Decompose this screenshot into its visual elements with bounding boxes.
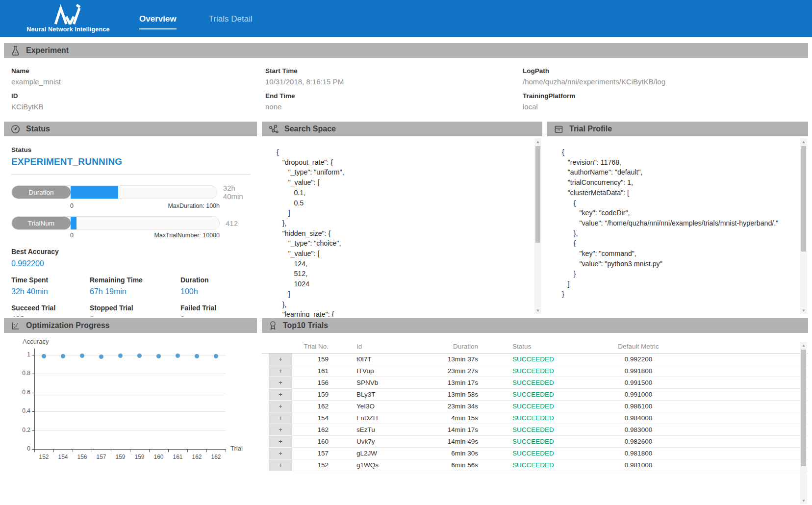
col-default-metric: Default Metric <box>575 340 702 354</box>
cell-status: SUCCEEDED <box>484 448 575 459</box>
table-row: +157gL2JW6min 30sSUCCEEDED0.981800 <box>262 448 808 459</box>
cell-default-metric: 0.983000 <box>575 424 702 436</box>
scatter-point <box>118 354 123 358</box>
y-tick-label: 0.2 <box>15 427 30 433</box>
x-tick <box>34 449 35 452</box>
cell-id: g1WQs <box>334 459 410 471</box>
experiment-col-1: Name example_mnist ID KCiBytKB <box>11 64 265 114</box>
scatter-point <box>137 354 142 358</box>
search-space-scroll-thumb[interactable] <box>535 146 540 243</box>
scroll-down-icon[interactable]: ▼ <box>534 307 541 314</box>
archive-box-icon <box>554 125 563 134</box>
scroll-up-icon[interactable]: ▲ <box>534 138 541 145</box>
cell-duration: 14min 49s <box>410 436 484 448</box>
search-space-panel: { "dropout_rate": { "_type": "uniform", … <box>262 136 542 317</box>
trialnum-progress-row: TrialNum 412 <box>11 216 257 230</box>
x-tick <box>187 449 188 452</box>
metric-failed-trial-value: 9 <box>180 315 257 317</box>
expand-row-button[interactable]: + <box>269 389 292 401</box>
table-row: +156SPNVb13min 17sSUCCEEDED0.991500 <box>262 377 808 389</box>
network-icon <box>269 125 279 134</box>
experiment-section-bar: Experiment <box>4 43 808 58</box>
top10-table: Trial No. Id Duration Status Default Met… <box>262 333 808 505</box>
trial-profile-panel: { "revision": 11768, "authorName": "defa… <box>547 136 808 317</box>
cell-trial-no: 157 <box>292 448 334 459</box>
optimization-section: Optimization Progress AccuracyTrial00.20… <box>4 318 257 505</box>
x-tick <box>73 449 73 452</box>
expand-row-button[interactable]: + <box>269 424 292 436</box>
scroll-down-icon[interactable]: ▼ <box>800 307 807 314</box>
expand-row-button[interactable]: + <box>269 412 292 424</box>
x-tick-label: 159 <box>112 454 129 460</box>
expand-row-button[interactable]: + <box>269 365 292 377</box>
field-id-value: KCiBytKB <box>11 102 265 113</box>
field-end-time-value: none <box>265 102 523 113</box>
scroll-up-icon[interactable]: ▲ <box>800 342 807 349</box>
cell-status: SUCCEEDED <box>484 436 575 448</box>
status-panel: Status EXPERIMENT_RUNNING Duration 32h 4… <box>4 136 257 317</box>
cell-duration: 6min 56s <box>410 459 484 471</box>
experiment-col-3: LogPath /home/quzha/nni/experiments/KCiB… <box>523 64 808 114</box>
expand-row-button[interactable]: + <box>269 436 292 448</box>
cell-trial-no: 159 <box>292 354 334 365</box>
main-nav: Overview Trials Detail <box>139 14 253 29</box>
cell-duration: 13min 58s <box>410 389 484 401</box>
cell-trial-no: 162 <box>292 401 334 412</box>
brand-name: Neural Network Intelligence <box>26 26 109 33</box>
expand-row-button[interactable]: + <box>269 354 292 365</box>
duration-max: MaxDuration: 100h <box>168 202 220 209</box>
x-tick <box>111 449 111 452</box>
optimization-section-bar: Optimization Progress <box>4 318 257 333</box>
gauge-icon <box>11 125 20 134</box>
y-tick-label: 0.8 <box>15 370 30 377</box>
x-tick-label: 159 <box>131 454 149 460</box>
top10-scroll-thumb[interactable] <box>801 350 806 466</box>
status-title: Status <box>26 125 50 133</box>
cell-id: sEzTu <box>334 424 410 436</box>
trial-profile-title: Trial Profile <box>569 125 612 133</box>
gridline <box>34 393 226 393</box>
expand-row-button[interactable]: + <box>269 459 292 471</box>
cell-default-metric: 0.992200 <box>575 354 702 365</box>
cell-id: t0I7T <box>334 354 410 365</box>
gridline <box>34 374 226 374</box>
expand-row-button[interactable]: + <box>269 377 292 389</box>
duration-progress-bounds: 0 MaxDuration: 100h <box>70 202 220 209</box>
x-tick <box>206 449 207 452</box>
x-tick <box>92 449 92 452</box>
scroll-down-icon[interactable]: ▼ <box>800 497 807 504</box>
scroll-up-icon[interactable]: ▲ <box>800 138 807 145</box>
scatter-point <box>61 354 65 358</box>
expand-row-button[interactable]: + <box>269 448 292 459</box>
x-axis-title: Trial <box>230 445 243 452</box>
trial-profile-scroll-thumb[interactable] <box>801 146 806 252</box>
top10-scrollbar[interactable]: ▲ ▼ <box>800 342 807 504</box>
tab-trials-detail[interactable]: Trials Detail <box>209 14 253 29</box>
metric-remaining-time-label: Remaining Time <box>90 276 180 284</box>
scatter-point <box>42 354 46 358</box>
cell-duration: 13min 37s <box>410 354 484 365</box>
top10-title: Top10 Trials <box>283 321 328 330</box>
field-logpath: LogPath /home/quzha/nni/experiments/KCiB… <box>523 64 808 88</box>
experiment-fields: Name example_mnist ID KCiBytKB Start Tim… <box>4 58 808 121</box>
field-start-time-value: 10/31/2018, 8:16:15 PM <box>265 77 523 88</box>
expand-row-button[interactable]: + <box>269 401 292 412</box>
search-space-scrollbar[interactable]: ▲ ▼ <box>534 138 541 314</box>
cell-id: Uvk7y <box>334 436 410 448</box>
search-space-section-bar: Search Space <box>262 122 542 136</box>
nni-logo-icon <box>51 4 85 25</box>
tab-overview[interactable]: Overview <box>139 14 177 29</box>
x-tick <box>149 449 150 452</box>
search-space-title: Search Space <box>284 125 336 133</box>
x-tick-label: 162 <box>188 454 206 460</box>
trial-profile-scrollbar[interactable]: ▲ ▼ <box>800 138 807 314</box>
cell-duration: 23min 27s <box>410 365 484 377</box>
cell-default-metric: 0.981800 <box>575 448 702 459</box>
top10-table-header: Trial No. Id Duration Status Default Met… <box>262 340 808 354</box>
cell-default-metric: 0.981000 <box>575 459 702 471</box>
trialnum-progress-track: TrialNum <box>11 216 220 230</box>
gridline <box>34 430 226 431</box>
page-main: Experiment Name example_mnist ID KCiBytK… <box>0 37 812 505</box>
field-start-time-label: Start Time <box>265 64 523 77</box>
top10-section: Top10 Trials Trial No. Id Duration Statu… <box>262 318 808 505</box>
